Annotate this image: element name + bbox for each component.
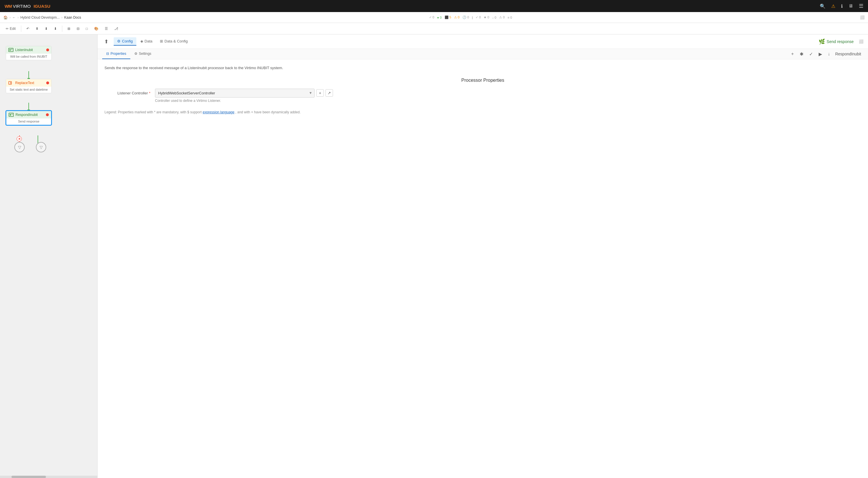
panel-content: Sends the response to the received messa… (98, 59, 868, 478)
logo-wm: WM (5, 4, 12, 9)
add-icon: + (791, 51, 794, 56)
home-icon[interactable]: 🏠 (3, 15, 8, 20)
grid2-button[interactable]: ⊟ (74, 26, 82, 32)
download-button[interactable]: ⬇ (42, 26, 50, 32)
node-listen-body: Will be called from INUBIT (6, 54, 51, 60)
edit-icon: ✏ (6, 27, 9, 31)
config-icon: ⚙ (117, 39, 121, 43)
monitor-icon[interactable]: 🖥 (848, 3, 853, 9)
panel-header-left: ⬆ ⚙ Config ◈ Data ⊞ Data & Config (102, 37, 191, 45)
filter-node-right[interactable]: ▽ (36, 142, 46, 152)
proc-asterisk-button[interactable]: ✱ (797, 50, 806, 59)
breadcrumb-sep1: › (9, 15, 11, 20)
svg-rect-7 (9, 49, 11, 51)
stat-check-gray: ✓ 0 (429, 15, 434, 19)
proc-tab-properties[interactable]: ⊟ Properties (102, 49, 130, 59)
expand-icon[interactable]: ⬜ (859, 39, 863, 43)
panel-header-right: 🌿 Send response ⬜ (818, 38, 863, 45)
upload-button[interactable]: ⬆ (33, 26, 41, 32)
rect-icon: □ (86, 27, 88, 31)
export-icon: ⬇ (54, 27, 57, 31)
logo-virtimo: VIRTIMO (13, 4, 31, 9)
proc-add-button[interactable]: + (789, 50, 796, 58)
proc-check-button[interactable]: ✓ (807, 50, 815, 59)
upload-icon: ⬆ (36, 27, 38, 31)
export-button[interactable]: ⬇ (52, 26, 59, 32)
branch-button[interactable]: ⎇ (112, 26, 121, 32)
svg-rect-6 (9, 48, 13, 52)
canvas-scrollbar[interactable] (0, 476, 97, 478)
node-listen[interactable]: ListenInubit Will be called from INUBIT (6, 46, 52, 60)
listener-controller-row: Listener Controller * HybridWebSocketSer… (104, 89, 861, 103)
node-replace[interactable]: ReplaceText Set static text and datetime (6, 79, 52, 93)
tab-data[interactable]: ◈ Data (137, 37, 156, 45)
expression-language-link[interactable]: expression language (203, 110, 235, 114)
tab-config[interactable]: ⚙ Config (114, 37, 136, 45)
proc-tab-settings[interactable]: ⚙ Settings (130, 49, 155, 59)
back-button[interactable]: ← (12, 15, 16, 20)
grid2-icon: ⊟ (76, 27, 80, 31)
listener-controller-select-wrapper: HybridWebSocketServerController ▼ (155, 89, 315, 98)
rect-button[interactable]: □ (84, 26, 90, 32)
replace-icon (8, 81, 13, 85)
toolbar-sep1 (21, 26, 21, 32)
flow-canvas[interactable]: ListenInubit Will be called from INUBIT (0, 34, 98, 478)
node-replace-body: Set static text and datetime (6, 87, 51, 93)
stat-warning: ⚠ 0 (499, 15, 505, 19)
check-icon: ✓ (809, 52, 813, 57)
list-icon: ☰ (105, 27, 108, 31)
top-nav-bar: WM VIRTIMO IGUASU 🔍 ⚠ ℹ 🖥 ☰ (0, 0, 868, 12)
listener-controller-hint: Controller used to define a Virtimo List… (155, 99, 333, 103)
listener-controller-add-button[interactable]: + (316, 89, 324, 97)
tab-data-label: Data (145, 39, 152, 43)
node-listen-header-left: ListenInubit (8, 48, 33, 52)
logo-area: WM VIRTIMO IGUASU (5, 4, 50, 9)
send-response-title: Send response (827, 39, 854, 44)
stat-orange1: ⬛ 5 (445, 15, 451, 19)
edit-button[interactable]: ✏ Edit (3, 26, 18, 32)
breadcrumb-path1[interactable]: Hybrid Cloud Developm... (20, 15, 60, 20)
proc-down-button[interactable]: ↓ (826, 50, 832, 58)
paint-button[interactable]: 🎨 (92, 26, 101, 32)
listener-controller-select[interactable]: HybridWebSocketServerController (155, 89, 315, 98)
node-respond-status (46, 113, 49, 116)
history-button[interactable]: ↶ (24, 26, 32, 32)
listen-icon (8, 48, 13, 52)
processor-properties-title: Processor Properties (104, 78, 861, 83)
node-respond[interactable]: RespondInubit Send response (6, 110, 52, 125)
search-icon[interactable]: 🔍 (820, 3, 826, 9)
grid1-button[interactable]: ⊞ (65, 26, 73, 32)
node-respond-header-left: RespondInubit (9, 113, 38, 117)
panel-upload-button[interactable]: ⬆ (102, 38, 110, 45)
list-button[interactable]: ☰ (102, 26, 110, 32)
warning-icon[interactable]: ⚠ (831, 3, 835, 9)
stat-orange2: ⚠ 0 (454, 15, 460, 19)
history-icon: ↶ (26, 27, 29, 31)
branch-icon: ⎇ (114, 27, 118, 31)
tab-data-config[interactable]: ⊞ Data & Config (156, 37, 191, 45)
svg-rect-12 (10, 114, 11, 116)
paint-icon: 🎨 (94, 27, 98, 31)
tab-data-config-label: Data & Config (164, 39, 188, 43)
breadcrumb-path2: Kaan Docs (64, 15, 81, 20)
node-replace-header-left: ReplaceText (8, 81, 34, 85)
config-data-tabs: ⚙ Config ◈ Data ⊞ Data & Config (114, 37, 191, 45)
stat-check-green: ● 0 (437, 16, 442, 19)
green-leaf-icon: 🌿 (818, 38, 825, 45)
node-replace-status (46, 82, 49, 84)
settings-icon: ⚙ (134, 52, 137, 56)
filter-node-left[interactable]: ▽ (14, 142, 25, 152)
edit-label: Edit (10, 27, 16, 31)
breadcrumb-bar: 🏠 › ← › Hybrid Cloud Developm... › Kaan … (0, 12, 868, 23)
menu-icon[interactable]: ☰ (859, 3, 863, 9)
listener-controller-external-button[interactable]: ↗ (326, 89, 333, 97)
canvas-inner: ListenInubit Will be called from INUBIT (0, 34, 97, 478)
stat-clock: 🕐 0 (462, 15, 469, 19)
maximize-icon[interactable]: ⬜ (860, 15, 865, 20)
info-icon[interactable]: ℹ (841, 3, 843, 9)
node-listen-header: ListenInubit (6, 46, 51, 54)
proc-tab-settings-label: Settings (139, 52, 151, 56)
respond-icon (9, 113, 14, 117)
stat-down: ↓ 0 (492, 16, 496, 19)
proc-play-button[interactable]: ▶ (816, 50, 825, 59)
